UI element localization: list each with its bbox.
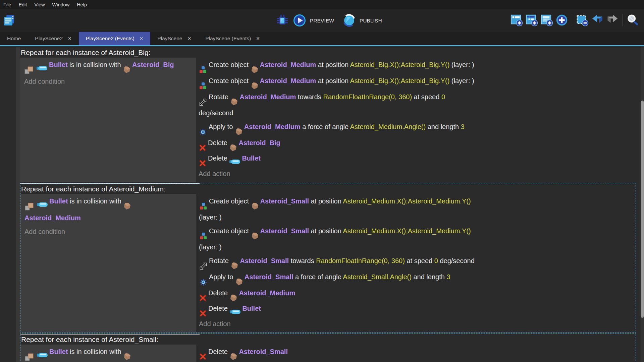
expression: Asteroid_Medium.X();Asteroid_Medium.Y() (343, 197, 471, 205)
expression: Asteroid_Medium.X();Asteroid_Medium.Y() (343, 227, 471, 235)
event-block[interactable]: Repeat for each instance of Asteroid_Med… (20, 183, 636, 333)
expression: Asteroid_Big.X();Asteroid_Big.Y() (350, 61, 450, 68)
search-icon[interactable] (626, 13, 640, 27)
object-name: Asteroid_Small (260, 197, 309, 205)
tab-label: PlayScene (157, 36, 182, 42)
bullet-icon (37, 202, 48, 207)
action-row[interactable]: Delete Bullet (199, 302, 634, 317)
expression: Asteroid_Big.X();Asteroid_Big.Y() (350, 77, 450, 84)
close-icon[interactable]: ✕ (68, 36, 72, 41)
object-name: Bullet (49, 197, 68, 205)
tab-label: PlayScene2 (35, 36, 63, 42)
menu-item-edit[interactable]: Edit (18, 2, 27, 7)
tab-playscene2[interactable]: PlayScene2✕ (28, 32, 78, 45)
add-event-icon[interactable] (510, 13, 523, 27)
asteroid-icon (251, 66, 258, 73)
text: Create object (209, 61, 251, 68)
actions-column: Delete Asteroid_SmallDelete BulletAdd ac… (196, 345, 636, 362)
event-block[interactable]: Repeat for each instance of Asteroid_Big… (20, 47, 636, 182)
action-row[interactable]: Create object Asteroid_Medium at positio… (199, 74, 635, 90)
add-new-icon[interactable] (555, 13, 569, 27)
close-icon[interactable]: ✕ (256, 36, 260, 41)
object-name: Asteroid_Medium (260, 61, 316, 68)
add-action-button[interactable]: Add action (199, 317, 634, 331)
add-condition-button[interactable]: Add condition (24, 75, 193, 88)
delete-icon (199, 144, 206, 152)
text: Delete (208, 289, 229, 297)
conditions-column: Bullet is in collision with Asteroid_Med… (20, 194, 196, 332)
action-row[interactable]: Delete Asteroid_Small (199, 345, 634, 360)
text: at position (316, 77, 350, 84)
tab-home[interactable]: Home (0, 32, 28, 45)
action-row[interactable]: Create object Asteroid_Medium at positio… (199, 58, 635, 74)
tab-playscene2-events-[interactable]: PlayScene2 (Events)✕ (79, 32, 150, 45)
action-row[interactable]: Apply to Asteroid_Small a force of angle… (199, 270, 634, 286)
publish-button[interactable]: PUBLISH (360, 18, 382, 23)
action-row[interactable]: Delete Bullet (199, 360, 634, 362)
redo-icon[interactable] (606, 13, 619, 27)
add-action-button[interactable]: Add action (199, 167, 635, 181)
object-name: Asteroid_Big (132, 61, 174, 68)
debug-icon[interactable] (276, 14, 289, 27)
text: at position (309, 227, 343, 235)
asteroid-icon (231, 262, 238, 269)
event-block[interactable]: Repeat for each instance of Asteroid_Sma… (20, 334, 636, 362)
menu-item-help[interactable]: Help (77, 2, 87, 7)
undo-icon[interactable] (591, 13, 604, 27)
event-title: Repeat for each instance of Asteroid_Big… (20, 47, 636, 58)
menu-item-window[interactable]: Window (52, 2, 70, 7)
force-icon (199, 128, 207, 136)
action-row[interactable]: Apply to Asteroid_Medium a force of angl… (199, 120, 635, 136)
publish-icon[interactable] (342, 14, 356, 27)
expression: 0 (434, 257, 438, 264)
event-body: Bullet is in collision with Asteroid_Med… (20, 194, 636, 332)
action-row[interactable]: Rotate Asteroid_Small towards RandomFloa… (199, 254, 634, 270)
text: (layer: ) (449, 77, 474, 84)
rotate-icon (199, 262, 207, 270)
conditions-column: Bullet is in collision with Asteroid_Big… (20, 58, 196, 182)
action-row[interactable]: Create object Asteroid_Small at position… (199, 224, 634, 254)
toolbar: PREVIEWPUBLISH (0, 9, 644, 32)
tab-playscene[interactable]: PlayScene✕ (150, 32, 198, 45)
object-name: Asteroid_Small (239, 348, 288, 355)
add-condition-button[interactable]: Add condition (24, 225, 194, 239)
action-row[interactable]: Rotate Asteroid_Medium towards RandomFlo… (199, 90, 635, 120)
delete-icon (199, 294, 207, 302)
text: Apply to (209, 273, 235, 281)
condition-row[interactable]: Bullet is in collision with Asteroid_Big (24, 58, 193, 75)
menu-item-view[interactable]: View (34, 2, 45, 7)
toolbar-separator (623, 14, 623, 26)
add-subevent-icon[interactable] (525, 13, 538, 27)
tab-playscene-events-[interactable]: PlayScene (Events)✕ (198, 32, 267, 45)
asteroid-icon (235, 278, 243, 286)
menu-item-file[interactable]: File (3, 2, 11, 7)
preview-button[interactable]: PREVIEW (310, 18, 334, 23)
condition-row[interactable]: Bullet is in collision with Asteroid_Sma… (24, 345, 194, 362)
remove-selection-icon[interactable] (576, 13, 589, 27)
close-icon[interactable]: ✕ (140, 36, 144, 41)
expression: 3 (446, 273, 450, 281)
tab-label: PlayScene2 (Events) (86, 36, 135, 42)
action-row[interactable]: Delete Asteroid_Medium (199, 286, 634, 302)
object-name: Asteroid_Small (240, 257, 289, 264)
tab-bar: HomePlayScene2✕PlayScene2 (Events)✕PlayS… (0, 32, 644, 45)
collision-icon (25, 353, 35, 362)
action-row[interactable]: Delete Asteroid_Big (199, 136, 635, 152)
text: at speed (405, 257, 434, 264)
close-icon[interactable]: ✕ (187, 36, 191, 41)
action-row[interactable]: Create object Asteroid_Small at position… (199, 194, 634, 224)
delete-icon (199, 353, 207, 360)
text: Create object (209, 197, 251, 205)
add-comment-icon[interactable] (540, 13, 553, 27)
preview-icon[interactable] (293, 14, 306, 27)
object-name: Asteroid_Medium (244, 123, 301, 130)
bullet-icon (37, 66, 47, 70)
expression: RandomFloatInRange(0, 360) (316, 257, 405, 264)
condition-row[interactable]: Bullet is in collision with Asteroid_Med… (24, 194, 194, 225)
scrollbar-thumb[interactable] (641, 101, 644, 318)
asteroid-icon (123, 202, 131, 210)
object-name: Bullet (242, 155, 261, 162)
project-manager-icon[interactable] (3, 14, 15, 27)
object-name: Asteroid_Medium (239, 289, 295, 297)
action-row[interactable]: Delete Bullet (199, 152, 635, 167)
